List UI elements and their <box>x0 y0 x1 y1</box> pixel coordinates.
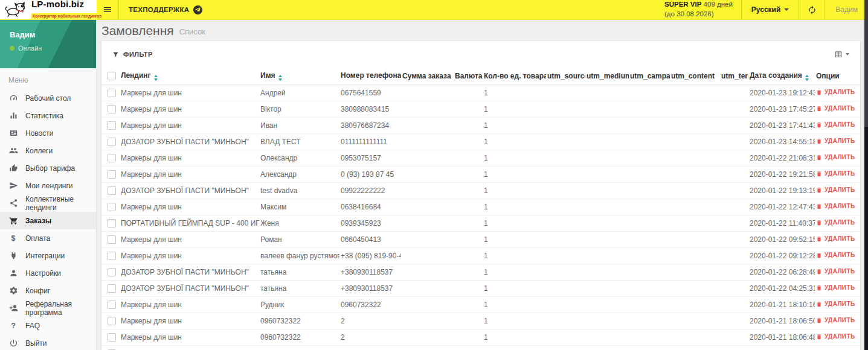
column-settings-button[interactable] <box>834 50 849 59</box>
cell-sum <box>401 84 454 101</box>
cell-utm_content <box>670 182 720 199</box>
sidebar-item-referral[interactable]: Реферальная программа <box>0 299 96 317</box>
row-checkbox[interactable] <box>108 121 116 130</box>
cell-qty: 1 <box>483 296 546 313</box>
cell-select <box>101 247 120 264</box>
sidebar-item-integrations[interactable]: Интеграции <box>0 247 96 264</box>
sidebar-item-config[interactable]: Конфиг <box>0 282 96 299</box>
delete-button[interactable]: УДАЛИТЬ <box>816 203 855 209</box>
refresh-button[interactable] <box>799 0 825 19</box>
cell-currency <box>454 264 483 280</box>
cell-landing: Маркеры для шин <box>120 166 259 182</box>
row-checkbox[interactable] <box>108 154 116 162</box>
sidebar-item-payment[interactable]: $Оплата <box>0 229 96 247</box>
delete-button[interactable]: УДАЛИТЬ <box>816 89 855 95</box>
row-checkbox[interactable] <box>108 186 116 195</box>
sidebar-item-faq[interactable]: ?FAQ <box>0 317 96 334</box>
delete-button[interactable]: УДАЛИТЬ <box>816 121 855 128</box>
delete-button[interactable]: УДАЛИТЬ <box>816 333 855 340</box>
cell-utm_source <box>546 296 585 313</box>
column-header-created[interactable]: Дата создания <box>748 68 815 84</box>
cell-phone: 09922222222 <box>339 182 401 199</box>
column-header-landing[interactable]: Лендинг <box>120 68 259 84</box>
column-label: Номер телефона <box>341 71 401 80</box>
trash-icon <box>816 106 822 112</box>
row-checkbox[interactable] <box>108 89 116 97</box>
cell-landing: Маркеры для шин <box>120 150 259 166</box>
row-checkbox[interactable] <box>108 203 116 211</box>
row-checkbox[interactable] <box>108 333 116 342</box>
sidebar-item-orders[interactable]: Заказы <box>0 212 96 229</box>
cell-phone: 2 <box>339 329 401 345</box>
row-checkbox[interactable] <box>108 301 116 309</box>
row-checkbox[interactable] <box>108 219 116 228</box>
cell-select <box>101 313 120 329</box>
delete-button[interactable]: УДАЛИТЬ <box>816 301 855 307</box>
filter-button[interactable]: ФИЛЬТР <box>112 51 153 58</box>
cell-qty: 1 <box>483 264 546 280</box>
delete-button[interactable]: УДАЛИТЬ <box>816 138 855 144</box>
column-label: utm_term <box>721 72 748 80</box>
row-checkbox[interactable] <box>108 284 116 293</box>
cell-name: Александр <box>259 166 339 182</box>
sidebar-item-label: Выйти <box>25 339 47 348</box>
sidebar-item-colleagues[interactable]: Коллеги <box>0 142 96 159</box>
sidebar-item-news[interactable]: Новости <box>0 124 96 142</box>
chevron-down-icon <box>784 8 789 11</box>
vertical-scrollbar[interactable] <box>864 0 868 350</box>
delete-button[interactable]: УДАЛИТЬ <box>816 268 855 275</box>
delete-button[interactable]: УДАЛИТЬ <box>816 252 855 258</box>
row-checkbox[interactable] <box>108 268 116 276</box>
cell-landing: ДОЗАТОР ЗУБНОЇ ПАСТИ "МИНЬОН" <box>120 182 259 199</box>
delete-button[interactable]: УДАЛИТЬ <box>816 105 855 112</box>
column-header-name[interactable]: Имя <box>259 68 339 84</box>
row-checkbox[interactable] <box>108 105 116 113</box>
delete-button[interactable]: УДАЛИТЬ <box>816 219 855 226</box>
cell-utm_term <box>720 117 748 133</box>
cell-utm_source <box>546 329 585 345</box>
sidebar-item-logout[interactable]: Выйти <box>0 334 96 350</box>
cell-landing: Маркеры для шин <box>120 329 259 345</box>
logo[interactable]: LP-mobi.biz Конструктор мобильных лендин… <box>0 0 97 19</box>
row-checkbox[interactable] <box>108 170 116 179</box>
scrollbar-thumb[interactable] <box>864 0 868 127</box>
cell-qty: 1 <box>483 84 546 101</box>
delete-button[interactable]: УДАЛИТЬ <box>816 235 855 242</box>
cell-utm_content <box>670 117 720 133</box>
topbar-username[interactable]: Вадим <box>825 0 868 19</box>
delete-button[interactable]: УДАЛИТЬ <box>816 154 855 161</box>
sidebar-item-settings[interactable]: Настройки <box>0 264 96 282</box>
app-root: LP-mobi.biz Конструктор мобильных лендин… <box>0 0 868 350</box>
sidebar-item-dashboard[interactable]: Рабочий стол <box>0 89 96 107</box>
support-button[interactable]: ТЕХПОДДЕРЖКА <box>119 0 212 19</box>
cell-phone: 0960732322 <box>339 296 401 313</box>
delete-button[interactable]: УДАЛИТЬ <box>816 186 855 193</box>
row-checkbox[interactable] <box>108 235 116 244</box>
delete-button[interactable]: УДАЛИТЬ <box>816 170 855 177</box>
row-checkbox[interactable] <box>108 138 116 146</box>
cell-utm_term <box>720 280 748 296</box>
sidebar-item-my-landings[interactable]: Мои лендинги <box>0 177 96 194</box>
row-checkbox[interactable] <box>108 317 116 325</box>
sidebar-item-tariff[interactable]: Выбор тарифа <box>0 159 96 177</box>
cell-utm_campaign <box>629 182 670 199</box>
delete-label: УДАЛИТЬ <box>825 154 855 161</box>
cell-name: Рудник <box>259 296 339 313</box>
cell-qty: 1 <box>483 247 546 264</box>
sidebar-item-collective[interactable]: Коллективные лендинги <box>0 194 96 212</box>
hamburger-menu-button[interactable] <box>97 0 118 19</box>
column-header-select[interactable] <box>101 68 120 84</box>
language-selector[interactable]: Русский <box>742 0 799 19</box>
cell-utm_content <box>670 101 720 117</box>
table-row: Маркеры для шин0960732322212020-01-21 18… <box>101 329 860 345</box>
delete-button[interactable]: УДАЛИТЬ <box>816 284 855 291</box>
row-checkbox[interactable] <box>108 252 116 260</box>
column-header-phone[interactable]: Номер телефона <box>339 68 401 84</box>
cell-utm_term <box>720 150 748 166</box>
delete-button[interactable]: УДАЛИТЬ <box>816 317 855 323</box>
cell-landing: Маркеры для шин <box>120 117 259 133</box>
profile-name: Вадим <box>10 30 86 39</box>
sidebar-item-stats[interactable]: Статистика <box>0 107 96 124</box>
select-all-checkbox[interactable] <box>108 72 116 80</box>
cell-select <box>101 182 120 199</box>
